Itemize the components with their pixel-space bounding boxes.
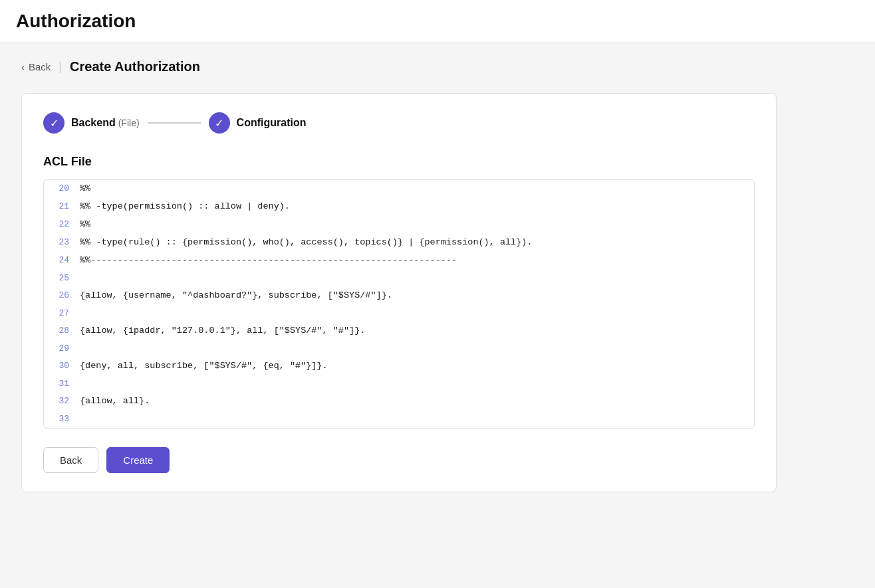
line-content [77,411,754,428]
line-number: 29 [44,340,77,357]
code-line: 24%%------------------------------------… [44,252,754,270]
chevron-left-icon: ‹ [21,61,25,72]
line-number: 27 [44,305,77,322]
line-number: 24 [44,252,77,270]
code-line: 30{deny, all, subscribe, ["$SYS/#", {eq,… [44,357,754,375]
back-button[interactable]: Back [43,447,98,473]
breadcrumb-divider: | [59,60,62,74]
line-content [77,375,754,393]
step-connector [148,122,201,124]
code-line: 27 [44,305,754,322]
main-card: ✓ Backend(File) ✓ Configuration ACL File… [21,93,777,492]
code-line: 26{allow, {username, "^dashboard?"}, sub… [44,287,754,305]
code-line: 33 [44,411,754,428]
back-label: Back [29,61,51,72]
line-content: %% [77,216,754,234]
line-content [77,305,754,322]
breadcrumb-current: Create Authorization [70,59,200,74]
code-line: 28{allow, {ipaddr, "127.0.0.1"}, all, ["… [44,322,754,340]
back-link[interactable]: ‹ Back [21,61,51,72]
code-line: 32{allow, all}. [44,393,754,411]
acl-section: ACL File 20%%21%% -type(permission() :: … [43,155,755,429]
line-number: 28 [44,322,77,340]
step-configuration-icon: ✓ [209,112,230,134]
line-number: 30 [44,357,77,375]
breadcrumb: ‹ Back | Create Authorization [21,59,777,74]
line-content: {deny, all, subscribe, ["$SYS/#", {eq, "… [77,357,754,375]
code-line: 31 [44,375,754,393]
line-content [77,270,754,287]
button-bar: Back Create [43,447,755,473]
line-content: {allow, {ipaddr, "127.0.0.1"}, all, ["$S… [77,322,754,340]
line-content: %% -type(permission() :: allow | deny). [77,198,754,216]
step-backend: ✓ Backend(File) [43,112,140,134]
line-content: %%--------------------------------------… [77,252,754,270]
line-number: 25 [44,270,77,287]
acl-section-title: ACL File [43,155,755,169]
line-number: 21 [44,198,77,216]
code-line: 20%% [44,180,754,198]
check-icon: ✓ [50,117,59,130]
line-number: 20 [44,180,77,198]
line-number: 26 [44,287,77,305]
step-backend-icon: ✓ [43,112,64,134]
line-number: 31 [44,375,77,393]
page-title: Authorization [16,11,859,32]
line-number: 33 [44,411,77,428]
create-button[interactable]: Create [106,447,170,473]
line-content [77,340,754,357]
step-backend-label: Backend(File) [71,117,140,129]
line-number: 32 [44,393,77,411]
page-header: Authorization [0,0,875,43]
code-line: 23%% -type(rule() :: {permission(), who(… [44,234,754,252]
code-line: 29 [44,340,754,357]
line-content: %% [77,180,754,198]
code-line: 22%% [44,216,754,234]
code-line: 25 [44,270,754,287]
code-line: 21%% -type(permission() :: allow | deny)… [44,198,754,216]
check-icon-2: ✓ [215,117,223,130]
line-number: 23 [44,234,77,252]
line-content: {allow, {username, "^dashboard?"}, subsc… [77,287,754,305]
line-content: {allow, all}. [77,393,754,411]
step-backend-sublabel: (File) [118,118,140,128]
line-content: %% -type(rule() :: {permission(), who(),… [77,234,754,252]
step-configuration-label: Configuration [237,117,307,129]
code-editor[interactable]: 20%%21%% -type(permission() :: allow | d… [43,179,755,429]
step-configuration: ✓ Configuration [209,112,307,134]
line-number: 22 [44,216,77,234]
stepper: ✓ Backend(File) ✓ Configuration [43,112,755,134]
